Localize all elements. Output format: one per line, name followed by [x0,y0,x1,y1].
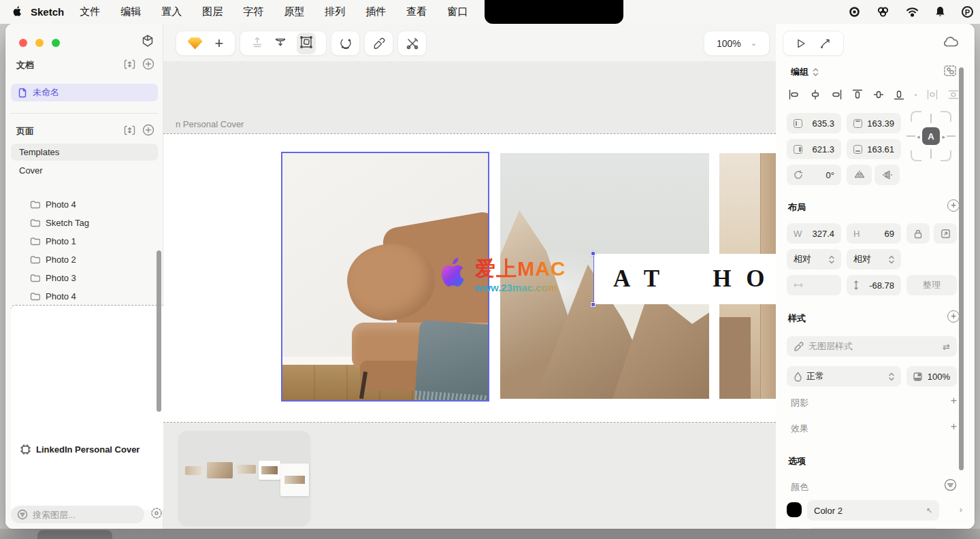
screen-record-icon[interactable] [849,6,860,18]
layer-row-photo-4[interactable]: Photo 4 [11,195,151,214]
minimize-button[interactable] [35,39,44,47]
blend-mode-dropdown[interactable]: 正常 [787,366,901,387]
selection-handle-bottom-left[interactable] [591,302,595,307]
vertical-sizing-dropdown[interactable]: 相对 [847,249,901,270]
components-icon[interactable] [141,34,154,50]
align-left-icon[interactable] [789,89,800,100]
layer-search-field[interactable] [11,506,144,523]
layer-row-sketch-tag[interactable]: Sketch Tag [11,214,151,232]
menu-item[interactable]: 窗口 [437,5,478,18]
position-left-field[interactable]: 635.3 [787,113,841,133]
position-bottom-field[interactable]: 163.61 [847,139,901,159]
canvas[interactable]: + 100% [163,24,776,529]
next-artboard-preview[interactable] [178,431,310,525]
add-document-icon[interactable] [142,58,154,70]
menu-item[interactable]: 文件 [69,5,110,18]
data-tool-icon[interactable] [274,35,287,52]
zoom-window-button[interactable] [52,39,60,47]
frame-tool-icon[interactable] [297,33,316,54]
align-right-icon[interactable] [831,89,842,100]
style-brush-button[interactable] [364,31,393,56]
shortcuts-icon[interactable] [877,6,889,18]
wifi-icon[interactable] [906,7,919,17]
flip-vertical-button[interactable] [875,165,900,185]
color-swatch-partial[interactable] [787,527,802,529]
color-name-field-partial[interactable] [807,527,939,529]
menu-item[interactable]: 字符 [233,5,274,18]
add-page-icon[interactable] [142,124,154,136]
apple-menu-icon[interactable] [12,5,22,19]
sidebar-scrollbar[interactable] [157,250,161,412]
layer-row-photo-4[interactable]: Photo 4 [11,287,151,306]
align-bottom-icon[interactable] [894,89,904,100]
position-right-field[interactable]: 621.3 [787,139,841,159]
layer-row-photo-3[interactable]: Photo 3 [11,269,151,287]
menu-item[interactable]: 置入 [151,5,192,18]
width-field[interactable]: W 327.4 [787,223,841,244]
create-symbol-icon[interactable] [943,63,957,79]
selection-type-header[interactable]: 编组 [791,66,819,78]
add-effect-icon[interactable]: + [951,421,957,433]
horizontal-sizing-dropdown[interactable]: 相对 [787,249,841,270]
tidy-button[interactable]: 整理 [906,275,957,295]
menu-item[interactable]: 原型 [274,5,314,18]
horizontal-offset-field[interactable] [787,275,841,295]
color-detail-chevron-icon[interactable]: › [960,504,962,514]
rotation-field[interactable]: 0° [787,165,841,185]
flip-horizontal-button[interactable] [847,165,872,185]
inspector-scrollbar[interactable] [959,67,964,470]
search-input[interactable] [33,510,135,520]
menu-app-name[interactable]: Sketch [31,6,64,18]
search-settings-icon[interactable] [150,507,163,522]
distribute-vertical-icon[interactable] [948,89,959,100]
color-filter-icon[interactable] [944,478,957,493]
menu-item[interactable]: 编辑 [110,5,151,18]
align-center-horizontal-icon[interactable] [810,89,821,100]
color-name-field[interactable]: Color 2 ↖ [807,500,939,521]
layer-row-photo-1[interactable]: Photo 1 [11,232,151,250]
add-shadow-icon[interactable]: + [951,395,957,407]
edit-tools-button[interactable] [397,31,427,56]
search-filter-icon [17,509,28,520]
menu-item[interactable]: 插件 [355,5,396,18]
add-layout-icon[interactable]: + [947,199,960,212]
page-item-cover[interactable]: Cover [11,162,158,179]
menu-item[interactable]: 排列 [314,5,355,18]
layer-style-selector[interactable]: 无图层样式 ⇄ [787,336,957,357]
menu-item[interactable]: 图层 [192,5,233,18]
distribute-horizontal-icon[interactable] [927,89,938,100]
import-document-icon[interactable] [124,59,135,70]
artboard-label[interactable]: n Personal Cover [176,119,244,129]
position-top-field[interactable]: 163.39 [847,113,901,133]
password-manager-icon[interactable]: P [962,6,973,18]
import-page-icon[interactable] [124,125,135,136]
insert-plus-icon[interactable]: + [215,36,224,51]
text-layer-at-home[interactable]: AT HOM [593,254,776,304]
play-icon[interactable] [795,37,807,50]
layer-row-linkedin-personal-cover[interactable]: LinkedIn Personal Cover [11,305,163,510]
prototype-flow-icon[interactable] [819,37,832,50]
zoom-control[interactable]: 100% ⌄ [704,31,770,56]
resize-options-button[interactable] [934,223,957,244]
upload-icon[interactable] [250,35,264,52]
sketch-logo-icon[interactable] [188,37,203,50]
color-swatch[interactable] [787,502,802,517]
pinning-control[interactable]: ◂ ▸ A [906,111,956,161]
document-item-untitled[interactable]: 未命名 [11,84,158,101]
cloud-share-icon[interactable] [942,35,960,50]
selection-handle-top-left[interactable] [591,251,595,256]
align-middle-vertical-icon[interactable] [873,89,884,100]
menu-item[interactable]: 查看 [396,5,437,18]
notification-bell-icon[interactable] [935,6,945,18]
add-style-icon[interactable]: + [947,310,960,323]
lock-ratio-button[interactable] [906,223,930,244]
vertical-offset-field[interactable]: -68.78 [847,275,901,295]
close-button[interactable] [19,39,27,47]
align-top-icon[interactable] [852,89,863,100]
layer-row-photo-2[interactable]: Photo 2 [11,250,151,269]
page-item-templates[interactable]: Templates [11,144,158,161]
zoom-level: 100% [717,38,741,49]
height-field[interactable]: H 69 [847,223,901,244]
prototype-link-button[interactable] [331,31,360,56]
opacity-field[interactable]: 100% [906,366,957,387]
